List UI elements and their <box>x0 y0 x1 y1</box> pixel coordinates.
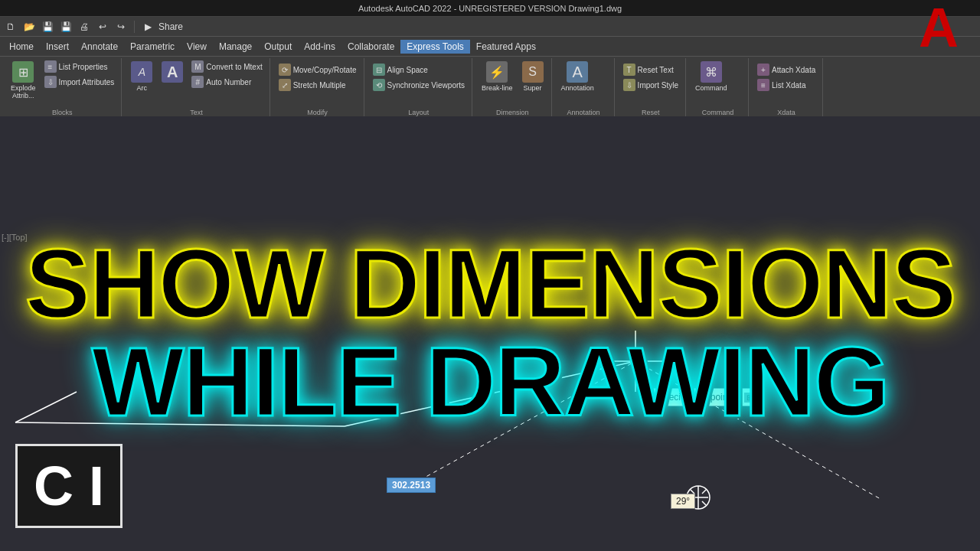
explode-attrib-button[interactable]: ⊞ ExplodeAttrib... <box>8 60 39 107</box>
list-xdata-button[interactable]: ≡ List Xdata <box>755 78 818 92</box>
convert-mtext-icon: M <box>191 60 204 73</box>
align-space-icon: ⊟ <box>373 64 385 76</box>
quick-access-toolbar: 🗋 📂 💾 💾 🖨 ↩ ↪ ▶ Share <box>0 17 980 37</box>
menu-manage[interactable]: Manage <box>213 40 258 54</box>
svg-line-0 <box>15 422 345 426</box>
super-icon: S <box>522 61 544 83</box>
import-attributes-icon: ⇩ <box>44 76 57 88</box>
title-bar: Autodesk AutoCAD 2022 - UNREGISTERED VER… <box>0 0 980 17</box>
menu-insert[interactable]: Insert <box>40 40 75 54</box>
align-space-button[interactable]: ⊟ Align Space <box>371 63 468 77</box>
svg-line-4 <box>413 361 635 484</box>
menu-parametric[interactable]: Parametric <box>124 40 181 54</box>
breakline-button[interactable]: ⚡ Break-line <box>479 60 516 107</box>
ribbon-group-blocks-items: ⊞ ExplodeAttrib... ≡ List Properties ⇩ I… <box>8 60 116 107</box>
autocad-logo: A <box>919 0 980 61</box>
ci-logo: C I <box>15 444 122 528</box>
ribbon-group-layout: ⊟ Align Space ⟲ Synchronize Viewports La… <box>366 58 473 118</box>
ribbon-group-reset: T Reset Text ⇩ Import Style Reset <box>616 58 686 118</box>
list-properties-button[interactable]: ≡ List Properties <box>42 60 117 73</box>
stretch-multiple-icon: ⤢ <box>279 79 291 91</box>
publish-icon[interactable]: ▶ <box>140 19 155 34</box>
synchronize-viewports-icon: ⟲ <box>373 79 385 91</box>
menu-collaborate[interactable]: Collaborate <box>341 40 400 54</box>
undo-icon[interactable]: ↩ <box>95 19 110 34</box>
share-button[interactable]: Share <box>158 21 183 32</box>
autocad-letter: A <box>919 0 959 58</box>
cad-drawing <box>0 116 980 551</box>
auto-number-button[interactable]: # Auto Number <box>189 75 264 89</box>
command-icon: ⌘ <box>701 61 722 83</box>
list-xdata-icon: ≡ <box>757 79 769 91</box>
modify-small-items: ⟳ Move/Copy/Rotate ⤢ Stretch Multiple <box>276 60 359 92</box>
menu-output[interactable]: Output <box>258 40 298 54</box>
import-style-icon: ⇩ <box>623 79 635 91</box>
svg-line-1 <box>345 361 635 426</box>
xdata-group-label: Xdata <box>755 107 818 116</box>
canvas-area[interactable]: [-][Top] SHOW DIMENSIONS WHILE DRAWING S… <box>0 116 980 551</box>
svg-line-3 <box>635 361 880 499</box>
menu-express-tools[interactable]: Express Tools <box>400 40 469 54</box>
move-copy-rotate-icon: ⟳ <box>279 64 291 76</box>
synchronize-viewports-button[interactable]: ⟲ Synchronize Viewports <box>371 78 468 92</box>
angle-value: 29° <box>676 496 690 507</box>
ribbon-group-dimension: ⚡ Break-line S Super Dimension <box>474 58 552 118</box>
layout-group-label: Layout <box>371 107 468 116</box>
text-style-button[interactable]: A <box>158 60 186 107</box>
explode-attrib-icon: ⊞ <box>12 61 34 83</box>
reset-group-label: Reset <box>621 107 681 116</box>
separator <box>134 21 135 33</box>
convert-mtext-button[interactable]: M Convert to Mtext <box>189 60 264 73</box>
annotation-group-label: Annotation <box>558 107 609 116</box>
menu-view[interactable]: View <box>181 40 213 54</box>
annotation-button[interactable]: A Annotation <box>558 60 597 93</box>
save-as-icon[interactable]: 💾 <box>58 19 74 34</box>
ribbon-group-modify: ⟳ Move/Copy/Rotate ⤢ Stretch Multiple Mo… <box>272 58 364 118</box>
ribbon-group-text: A Arc A M Convert to Mtext # Auto Number… <box>123 58 270 118</box>
reset-text-button[interactable]: T Reset Text <box>621 63 681 77</box>
redo-icon[interactable]: ↪ <box>113 19 129 34</box>
menu-bar: Home Insert Annotate Parametric View Man… <box>0 37 980 57</box>
move-copy-rotate-button[interactable]: ⟳ Move/Copy/Rotate <box>276 63 359 77</box>
ribbon: ⊞ ExplodeAttrib... ≡ List Properties ⇩ I… <box>0 57 980 119</box>
list-properties-icon: ≡ <box>44 60 57 73</box>
command-group-label: Command <box>692 107 743 116</box>
tooltip-icon: ⊞ <box>744 393 755 403</box>
view-label: [-][Top] <box>2 233 28 242</box>
text-small-items: M Convert to Mtext # Auto Number <box>189 60 264 107</box>
command-button[interactable]: ⌘ Command <box>692 60 730 93</box>
ribbon-group-dimension-items: ⚡ Break-line S Super <box>479 60 547 107</box>
super-button[interactable]: S Super <box>519 60 547 107</box>
print-icon[interactable]: 🖨 <box>77 19 92 34</box>
svg-line-2 <box>15 392 77 422</box>
text-style-icon: A <box>162 61 183 83</box>
save-icon[interactable]: 💾 <box>40 19 55 34</box>
dimension-group-label: Dimension <box>479 107 547 116</box>
text-group-label: Text <box>128 107 264 116</box>
import-attributes-button[interactable]: ⇩ Import Attributes <box>42 75 117 89</box>
attach-xdata-button[interactable]: + Attach Xdata <box>755 63 818 77</box>
open-file-icon[interactable]: 📂 <box>21 19 37 34</box>
xdata-small-items: + Attach Xdata ≡ List Xdata <box>755 60 818 92</box>
svg-line-11 <box>702 501 706 505</box>
arc-text-button[interactable]: A Arc <box>128 60 155 107</box>
ribbon-group-blocks: ⊞ ExplodeAttrib... ≡ List Properties ⇩ I… <box>3 58 122 118</box>
title-text: Autodesk AutoCAD 2022 - UNREGISTERED VER… <box>358 4 622 13</box>
menu-featured-apps[interactable]: Featured Apps <box>470 40 542 54</box>
attach-xdata-icon: + <box>757 64 769 76</box>
ribbon-group-command: ⌘ Command Command <box>688 58 749 118</box>
annotation-icon: A <box>567 61 588 83</box>
dimension-box: 302.2513 <box>387 478 436 493</box>
menu-home[interactable]: Home <box>3 40 40 54</box>
blocks-group-label: Blocks <box>8 107 116 116</box>
stretch-multiple-button[interactable]: ⤢ Stretch Multiple <box>276 78 359 92</box>
blocks-small-items: ≡ List Properties ⇩ Import Attributes <box>42 60 117 107</box>
new-file-icon[interactable]: 🗋 <box>3 19 18 34</box>
breakline-icon: ⚡ <box>486 61 508 83</box>
import-style-button[interactable]: ⇩ Import Style <box>621 78 681 92</box>
menu-addins[interactable]: Add-ins <box>298 40 341 54</box>
menu-annotate[interactable]: Annotate <box>75 40 124 54</box>
ci-logo-text: C I <box>34 458 104 514</box>
reset-small-items: T Reset Text ⇩ Import Style <box>621 60 681 92</box>
auto-number-icon: # <box>191 76 204 88</box>
